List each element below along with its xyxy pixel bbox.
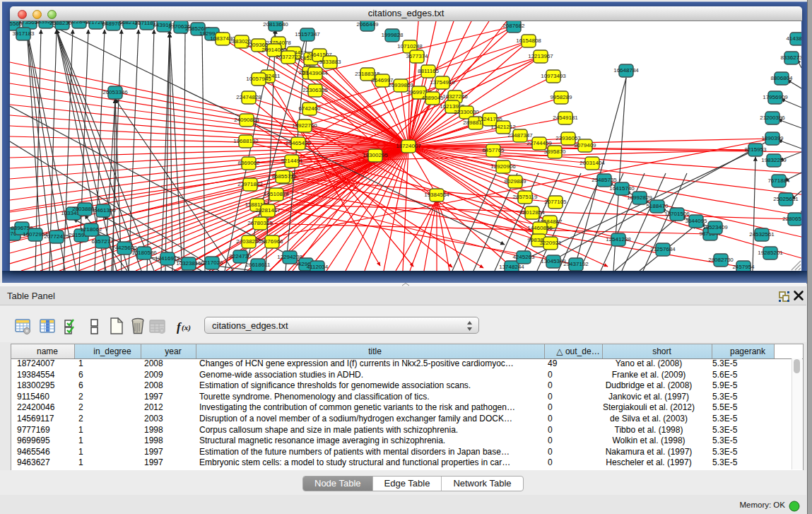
svg-text:29437192: 29437192 (563, 261, 589, 267)
svg-text:24532561: 24532561 (749, 231, 775, 238)
svg-text:22474828: 22474828 (236, 94, 261, 100)
svg-text:23936053: 23936053 (555, 135, 581, 141)
svg-text:20813640: 20813640 (263, 21, 288, 28)
svg-text:29281417: 29281417 (255, 207, 281, 214)
svg-text:(x): (x) (182, 323, 191, 332)
svg-text:19832259: 19832259 (761, 157, 787, 163)
svg-text:26780325: 26780325 (247, 220, 273, 226)
svg-text:20772475: 20772475 (44, 233, 69, 240)
svg-text:21257684: 21257684 (650, 246, 676, 252)
svg-text:12541238: 12541238 (606, 236, 631, 243)
svg-text:6357277: 6357277 (91, 238, 114, 245)
svg-text:10323815: 10323815 (176, 260, 201, 267)
svg-text:10710248: 10710248 (397, 43, 423, 49)
svg-text:25025631: 25025631 (773, 196, 799, 202)
svg-text:10057945: 10057945 (246, 76, 271, 82)
svg-text:16648784: 16648784 (613, 67, 639, 74)
svg-text:21200396: 21200396 (760, 115, 785, 121)
svg-text:18922760: 18922760 (292, 122, 317, 129)
svg-text:6457765: 6457765 (482, 147, 505, 153)
svg-text:18992829: 18992829 (627, 194, 652, 201)
svg-text:3644095: 3644095 (685, 218, 707, 224)
svg-text:25465435: 25465435 (286, 140, 311, 146)
svg-text:2066449: 2066449 (356, 21, 379, 28)
svg-text:2087682: 2087682 (502, 23, 525, 29)
svg-text:22744459: 22744459 (526, 140, 552, 146)
svg-text:12920906: 12920906 (490, 163, 516, 170)
svg-text:6742460: 6742460 (298, 105, 321, 112)
svg-text:12213967: 12213967 (528, 53, 553, 59)
svg-text:17956909: 17956909 (763, 94, 788, 100)
svg-text:4143890: 4143890 (786, 35, 801, 42)
svg-text:16415740: 16415740 (609, 185, 635, 192)
svg-text:7671884: 7671884 (767, 177, 790, 184)
svg-text:20031404: 20031404 (579, 160, 605, 166)
svg-text:26053346: 26053346 (102, 89, 128, 95)
svg-text:13045349: 13045349 (541, 258, 566, 264)
svg-text:13748244: 13748244 (499, 264, 524, 270)
svg-text:28012854: 28012854 (519, 209, 545, 216)
svg-text:15180586: 15180586 (131, 250, 157, 256)
svg-text:24090883: 24090883 (234, 117, 259, 123)
svg-text:19688132: 19688132 (233, 138, 259, 144)
svg-text:19384554: 19384554 (424, 192, 449, 198)
svg-text:16154808: 16154808 (516, 37, 541, 44)
svg-text:1999828: 1999828 (381, 32, 404, 38)
svg-text:3677374: 3677374 (406, 53, 428, 59)
svg-text:8029889: 8029889 (504, 178, 526, 185)
svg-text:4245263: 4245263 (512, 254, 535, 260)
svg-text:19285201: 19285201 (758, 250, 783, 256)
svg-text:2876966: 2876966 (261, 238, 283, 245)
svg-text:26618611: 26618611 (246, 262, 271, 268)
svg-text:21439044: 21439044 (302, 70, 328, 76)
svg-text:8685577: 8685577 (271, 173, 294, 180)
svg-text:14460856: 14460856 (527, 225, 553, 231)
svg-text:6217026: 6217026 (201, 259, 223, 266)
svg-text:13754919: 13754919 (430, 79, 455, 86)
svg-text:3220921: 3220921 (539, 240, 562, 246)
svg-text:8224730: 8224730 (229, 253, 252, 259)
svg-text:2077105: 2077105 (544, 199, 567, 205)
svg-text:8215953: 8215953 (744, 146, 767, 153)
svg-text:22306335: 22306335 (302, 87, 328, 93)
svg-text:13421212: 13421212 (490, 124, 516, 130)
svg-text:19523409: 19523409 (702, 224, 728, 230)
svg-text:1890399: 1890399 (761, 135, 784, 141)
svg-text:18300295: 18300295 (363, 152, 388, 158)
svg-text:27038236: 27038236 (236, 238, 261, 245)
svg-text:13701506: 13701506 (664, 211, 690, 217)
svg-text:28038807: 28038807 (72, 206, 98, 212)
svg-text:9214491: 9214491 (281, 158, 303, 164)
svg-text:28575119: 28575119 (513, 194, 539, 200)
svg-text:3395870: 3395870 (543, 148, 566, 155)
svg-text:10327246: 10327246 (442, 93, 468, 100)
svg-text:16510878: 16510878 (264, 191, 289, 197)
svg-text:4112034: 4112034 (307, 264, 329, 270)
svg-text:25485735: 25485735 (592, 177, 617, 183)
svg-text:9958289: 9958289 (550, 94, 572, 100)
svg-text:20372723: 20372723 (276, 54, 301, 60)
svg-text:2457954: 2457954 (732, 264, 755, 270)
svg-text:3917183: 3917183 (12, 30, 35, 37)
svg-text:8369062: 8369062 (237, 160, 260, 166)
svg-text:5188470: 5188470 (646, 203, 669, 209)
svg-text:1218062: 1218062 (80, 226, 102, 233)
svg-text:23971842: 23971842 (237, 181, 263, 187)
svg-text:24549181: 24549181 (553, 115, 578, 121)
svg-text:8811165: 8811165 (418, 68, 440, 74)
svg-text:8336273: 8336273 (780, 54, 801, 61)
svg-text:3333883: 3333883 (319, 59, 341, 65)
svg-text:22330030: 22330030 (454, 109, 479, 115)
svg-text:28082730: 28082730 (708, 257, 734, 263)
svg-text:23487347: 23487347 (507, 132, 533, 139)
svg-text:10973493: 10973493 (541, 73, 566, 79)
svg-text:8079409: 8079409 (574, 142, 596, 148)
svg-text:18724007: 18724007 (396, 143, 421, 149)
svg-text:8806804: 8806804 (770, 75, 793, 81)
svg-text:15157347: 15157347 (295, 31, 320, 37)
svg-text:26939869: 26939869 (388, 82, 413, 88)
svg-text:4389045: 4389045 (421, 95, 444, 101)
svg-text:22806503: 22806503 (782, 216, 801, 222)
